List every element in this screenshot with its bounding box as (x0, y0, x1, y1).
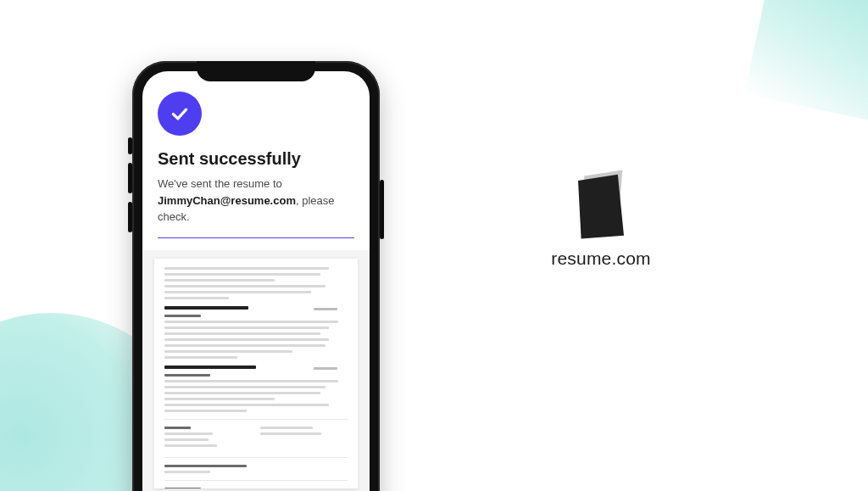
brand-block: resume.com (516, 165, 686, 269)
phone-silent-switch (128, 137, 132, 154)
phone-volume-down (128, 202, 132, 232)
sent-dialog: Sent successfully We've sent the resume … (142, 71, 370, 250)
dialog-title: Sent successfully (158, 149, 354, 169)
dialog-sent-prefix: We've sent the resume to (158, 177, 282, 190)
dialog-message: We've sent the resume to JimmyChan@resum… (158, 176, 354, 226)
phone-device: Sent successfully We've sent the resume … (132, 61, 380, 491)
brand-logo-icon (563, 165, 639, 242)
success-check-icon (158, 92, 202, 136)
phone-screen: Sent successfully We've sent the resume … (142, 71, 370, 491)
preview-caption: Education templates 2 (154, 488, 358, 492)
dialog-divider (158, 237, 354, 238)
svg-marker-1 (578, 175, 624, 239)
decorative-corner-top-right (744, 0, 868, 124)
phone-frame: Sent successfully We've sent the resume … (132, 61, 380, 491)
preview-area: Education templates 2 (142, 250, 370, 492)
phone-notch (197, 61, 315, 81)
brand-name-label: resume.com (516, 248, 686, 269)
phone-power-button (380, 180, 384, 239)
dialog-email: JimmyChan@resume.com (158, 194, 296, 207)
resume-thumbnail[interactable] (154, 259, 358, 488)
phone-volume-up (128, 163, 132, 193)
